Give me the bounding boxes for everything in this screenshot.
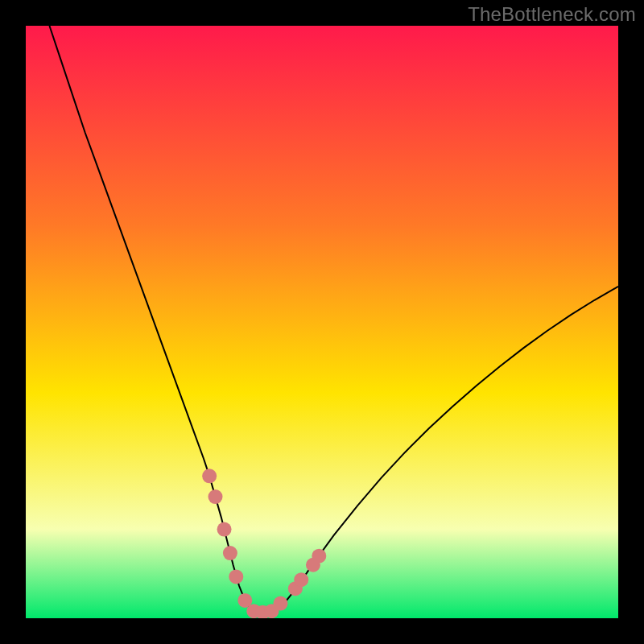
curve-marker	[208, 489, 223, 504]
curve-marker	[223, 546, 237, 560]
curve-marker	[273, 597, 287, 611]
curve-marker	[229, 569, 243, 584]
watermark-text: TheBottleneck.com	[468, 3, 636, 26]
curve-marker	[294, 572, 308, 587]
curve-marker	[217, 522, 232, 537]
curve-marker	[312, 549, 326, 564]
plot-area	[26, 26, 618, 618]
curve-marker	[202, 469, 217, 483]
gradient-background	[26, 26, 618, 618]
chart-frame: TheBottleneck.com	[0, 0, 644, 644]
bottleneck-chart	[26, 26, 618, 618]
